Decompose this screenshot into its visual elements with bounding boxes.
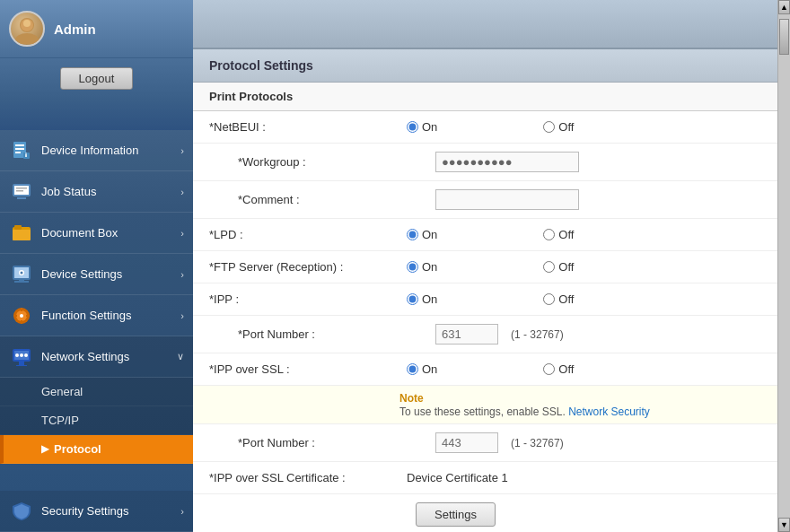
- netbeui-off-radio[interactable]: [543, 121, 555, 133]
- ipp-on-option[interactable]: On: [407, 292, 437, 306]
- netbeui-controls: On Off: [407, 120, 761, 134]
- netbeui-on-radio[interactable]: [407, 121, 418, 133]
- logout-button[interactable]: Logout: [60, 67, 134, 90]
- svg-rect-29: [21, 320, 22, 324]
- scrollbar-down-btn[interactable]: ▼: [778, 518, 790, 532]
- ipp-port-input[interactable]: [435, 324, 498, 344]
- network-sub-nav: General TCP/IP Protocol: [0, 378, 193, 464]
- sidebar-item-device-information[interactable]: Device Information ›: [0, 130, 193, 171]
- ipp-controls: On Off: [407, 292, 761, 306]
- netbeui-label: *NetBEUI :: [209, 120, 407, 134]
- svg-rect-5: [15, 144, 24, 146]
- sidebar-item-document-box[interactable]: Document Box ›: [0, 213, 193, 254]
- sidebar-item-device-settings[interactable]: Device Settings ›: [0, 254, 193, 295]
- lpd-off-radio[interactable]: [543, 229, 555, 240]
- svg-point-27: [20, 314, 23, 318]
- ipp-off-radio[interactable]: [543, 293, 555, 305]
- ftp-controls: On Off: [407, 260, 761, 274]
- lpd-on-radio[interactable]: [407, 229, 418, 240]
- network-settings-icon: [9, 344, 34, 370]
- ssl-port-controls: (1 - 32767): [435, 432, 761, 453]
- print-protocols-header: Print Protocols: [193, 83, 777, 111]
- ssl-port-row: *Port Number : (1 - 32767): [193, 424, 777, 462]
- device-information-icon: [9, 138, 34, 163]
- ipp-ssl-off-radio[interactable]: [543, 363, 555, 375]
- admin-label: Admin: [54, 22, 96, 37]
- svg-rect-13: [16, 188, 27, 189]
- ftp-label: *FTP Server (Reception) :: [209, 260, 407, 274]
- sidebar-item-label-device-set: Device Settings: [41, 267, 180, 281]
- chevron-right-icon-0: ›: [180, 145, 184, 156]
- svg-point-34: [15, 353, 19, 357]
- workgroup-controls: [435, 152, 761, 172]
- device-settings-icon: [9, 262, 34, 287]
- sub-nav-protocol[interactable]: Protocol: [0, 435, 193, 464]
- ftp-off-option[interactable]: Off: [543, 260, 574, 274]
- ipp-port-range: (1 - 32767): [511, 328, 564, 341]
- svg-point-1: [15, 33, 39, 44]
- sidebar-item-label-doc: Document Box: [41, 226, 180, 240]
- ftp-off-radio[interactable]: [543, 261, 555, 273]
- ipp-on-radio[interactable]: [407, 293, 418, 305]
- ipp-port-row: *Port Number : (1 - 32767): [193, 316, 777, 353]
- ipp-ssl-controls: On Off: [407, 362, 761, 376]
- ipp-port-label: *Port Number :: [238, 327, 435, 341]
- ipp-ssl-off-option[interactable]: Off: [543, 362, 574, 376]
- ftp-on-radio[interactable]: [407, 261, 418, 273]
- ipp-ssl-row: *IPP over SSL : On Off: [193, 353, 777, 386]
- svg-point-10: [25, 153, 27, 154]
- svg-rect-37: [19, 362, 24, 365]
- section-header: Protocol Settings: [193, 49, 777, 83]
- ipp-label: *IPP :: [209, 292, 407, 306]
- sidebar: Admin Logout Device Information › Job St…: [0, 0, 193, 532]
- netbeui-row: *NetBEUI : On Off: [193, 111, 777, 144]
- sub-nav-tcpip[interactable]: TCP/IP: [0, 406, 193, 435]
- ssl-cert-label: *IPP over SSL Certificate :: [209, 471, 407, 484]
- note-area: Note To use these settings, enable SSL. …: [193, 386, 777, 424]
- right-scrollbar[interactable]: ▲ ▼: [777, 0, 790, 532]
- ftp-row: *FTP Server (Reception) : On Off: [193, 251, 777, 283]
- ipp-ssl-on-radio[interactable]: [407, 363, 418, 375]
- lpd-controls: On Off: [407, 228, 761, 241]
- svg-rect-38: [16, 365, 27, 366]
- netbeui-off-option[interactable]: Off: [543, 120, 574, 134]
- ipp-ssl-on-option[interactable]: On: [407, 362, 437, 376]
- sidebar-item-security-settings[interactable]: Security Settings ›: [0, 491, 193, 532]
- settings-button[interactable]: Settings: [416, 502, 496, 527]
- workgroup-row: *Workgroup :: [193, 144, 777, 181]
- protocol-panel: Print Protocols *NetBEUI : On Off: [193, 83, 777, 532]
- sidebar-item-function-settings[interactable]: Function Settings ›: [0, 295, 193, 336]
- comment-label: *Comment :: [238, 193, 435, 206]
- chevron-right-icon-2: ›: [180, 228, 184, 239]
- ssl-cert-row: *IPP over SSL Certificate : Device Certi…: [193, 462, 777, 494]
- netbeui-on-option[interactable]: On: [407, 120, 437, 134]
- sidebar-item-label-func: Function Settings: [41, 309, 180, 322]
- security-settings-icon: [9, 499, 34, 524]
- comment-input[interactable]: [435, 189, 579, 210]
- ipp-off-option[interactable]: Off: [543, 292, 574, 306]
- svg-rect-14: [16, 190, 23, 192]
- workgroup-input[interactable]: [435, 152, 579, 172]
- ipp-port-controls: (1 - 32767): [435, 324, 761, 344]
- svg-point-24: [21, 271, 23, 274]
- network-security-link[interactable]: Network Security: [568, 406, 650, 418]
- main-content: Protocol Settings Print Protocols *NetBE…: [193, 0, 777, 532]
- lpd-off-option[interactable]: Off: [543, 228, 574, 241]
- scrollbar-thumb[interactable]: [779, 19, 789, 55]
- ssl-cert-controls: Device Certificate 1: [407, 471, 761, 484]
- ftp-on-option[interactable]: On: [407, 260, 437, 274]
- workgroup-label: *Workgroup :: [238, 155, 435, 169]
- note-text: To use these settings, enable SSL. Netwo…: [399, 406, 650, 418]
- scrollbar-track[interactable]: [778, 14, 790, 518]
- chevron-right-icon-3: ›: [180, 269, 184, 280]
- svg-point-36: [24, 353, 28, 357]
- scrollbar-up-btn[interactable]: ▲: [778, 0, 790, 14]
- ssl-port-input[interactable]: [435, 432, 498, 453]
- comment-row: *Comment :: [193, 181, 777, 219]
- sub-nav-general[interactable]: General: [0, 378, 193, 406]
- function-settings-icon: [9, 303, 34, 328]
- sidebar-item-network-settings[interactable]: Network Settings ∨: [0, 336, 193, 378]
- sidebar-item-job-status[interactable]: Job Status ›: [0, 171, 193, 213]
- comment-controls: [435, 189, 761, 210]
- lpd-on-option[interactable]: On: [407, 228, 437, 241]
